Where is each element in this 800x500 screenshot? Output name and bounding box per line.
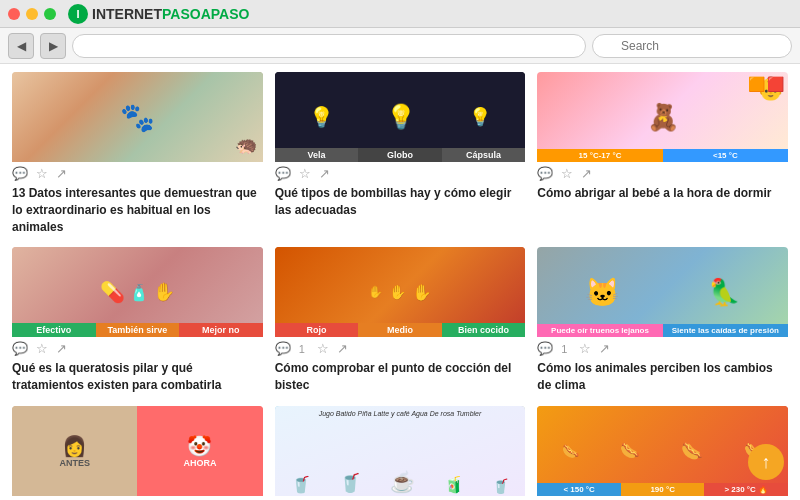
label-vela: Vela <box>275 148 359 162</box>
card-5-image: ✋ ✋ ✋ Rojo Medio Bien cocido <box>275 247 526 337</box>
card-3-actions: 💬 ☆ ↗ <box>537 162 788 183</box>
comment-icon-1: 💬 <box>12 166 28 181</box>
logo: I INTERNETPASOAPASO <box>68 4 249 24</box>
card-2[interactable]: 💡 💡 💡 Vela Globo Cápsula 💬 ☆ ↗ Qué tipos… <box>275 72 526 235</box>
card-8-image: 🥤 🥤 ☕ 🧃 🥤 Jugo Batido Piña Latte y café … <box>275 406 526 496</box>
label-bien-cocido: Bien cocido <box>442 323 526 337</box>
share-icon-5: ↗ <box>337 341 348 356</box>
forward-button[interactable]: ▶ <box>40 33 66 59</box>
close-button[interactable] <box>8 8 20 20</box>
label-150: < 150 °C <box>537 483 621 496</box>
label-medio: Medio <box>358 323 442 337</box>
card-6-actions: 💬 1 ☆ ↗ <box>537 337 788 358</box>
card-3-image: 👶 🧸 15 °C-17 °C <15 °C 🟧🟥 <box>537 72 788 162</box>
scroll-top-button[interactable]: ↑ <box>748 444 784 480</box>
back-button[interactable]: ◀ <box>8 33 34 59</box>
logo-paso: PASOAPASO <box>162 6 249 22</box>
star-icon-5: ☆ <box>317 341 329 356</box>
label-efectivo: Efectivo <box>12 323 96 337</box>
share-icon-6: ↗ <box>599 341 610 356</box>
card-1-title: 13 Datos interesantes que demuestran que… <box>12 185 263 235</box>
star-icon-3: ☆ <box>561 166 573 181</box>
card-4[interactable]: 💊 🧴 ✋ Efectivo También sirve Mejor no 💬 … <box>12 247 263 394</box>
title-bar: I INTERNETPASOAPASO <box>0 0 800 28</box>
card-6[interactable]: 🐱 🦜 Puede oír truenos lejanos Siente las… <box>537 247 788 394</box>
comment-count-5: 1 <box>299 343 305 355</box>
share-icon-3: ↗ <box>581 166 592 181</box>
comment-count-6: 1 <box>561 343 567 355</box>
card-4-title: Qué es la queratosis pilar y qué tratami… <box>12 360 263 394</box>
logo-icon: I <box>76 8 79 20</box>
article-grid: 🐾 🦔 💬 ☆ ↗ 13 Datos interesantes que demu… <box>12 72 788 500</box>
search-input[interactable] <box>592 34 792 58</box>
label-190: 190 °C <box>621 483 705 496</box>
card-2-image: 💡 💡 💡 Vela Globo Cápsula <box>275 72 526 162</box>
label-temp-warm: 15 °C-17 °C <box>537 149 662 162</box>
card-4-actions: 💬 ☆ ↗ <box>12 337 263 358</box>
card-3-title: Cómo abrigar al bebé a la hora de dormir <box>537 185 788 202</box>
comment-icon-6: 💬 <box>537 341 553 356</box>
comment-icon-2: 💬 <box>275 166 291 181</box>
label-230: > 230 °C 🔥 <box>704 483 788 496</box>
label-rojo: Rojo <box>275 323 359 337</box>
card-3[interactable]: 👶 🧸 15 °C-17 °C <15 °C 🟧🟥 💬 ☆ ↗ Cómo abr… <box>537 72 788 235</box>
label-temp-cold: <15 °C <box>663 149 788 162</box>
card-6-title: Cómo los animales perciben los cambios d… <box>537 360 788 394</box>
card-5[interactable]: ✋ ✋ ✋ Rojo Medio Bien cocido 💬 1 ☆ ↗ Cóm… <box>275 247 526 394</box>
share-icon-4: ↗ <box>56 341 67 356</box>
star-icon-2: ☆ <box>299 166 311 181</box>
card-6-image: 🐱 🦜 Puede oír truenos lejanos Siente las… <box>537 247 788 337</box>
label-mejor-no: Mejor no <box>179 323 263 337</box>
card-7-actions: 💬 ☆ ↗ <box>12 496 263 500</box>
share-icon-1: ↗ <box>56 166 67 181</box>
logo-text: INTERNETPASOAPASO <box>92 6 249 22</box>
scroll-top-icon: ↑ <box>762 452 771 473</box>
label-globo: Globo <box>358 148 442 162</box>
label-tambien: También sirve <box>96 323 180 337</box>
card-2-title: Qué tipos de bombillas hay y cómo elegir… <box>275 185 526 219</box>
card-7[interactable]: 👩 ANTES 🤡 AHORA 💬 ☆ ↗ Quiénes son las dr… <box>12 406 263 500</box>
star-icon-6: ☆ <box>579 341 591 356</box>
logo-circle: I <box>68 4 88 24</box>
minimize-button[interactable] <box>26 8 38 20</box>
card-2-actions: 💬 ☆ ↗ <box>275 162 526 183</box>
nav-bar: ◀ ▶ 🔍 <box>0 28 800 64</box>
card-1-image: 🐾 🦔 <box>12 72 263 162</box>
card-1-actions: 💬 ☆ ↗ <box>12 162 263 183</box>
card-5-actions: 💬 1 ☆ ↗ <box>275 337 526 358</box>
star-icon-1: ☆ <box>36 166 48 181</box>
card-8-actions: 💬 ☆ ↗ <box>275 496 526 500</box>
share-icon-2: ↗ <box>319 166 330 181</box>
content-area: 🐾 🦔 💬 ☆ ↗ 13 Datos interesantes que demu… <box>0 64 800 500</box>
maximize-button[interactable] <box>44 8 56 20</box>
card-4-image: 💊 🧴 ✋ Efectivo También sirve Mejor no <box>12 247 263 337</box>
star-icon-4: ☆ <box>36 341 48 356</box>
logo-internet: INTERNET <box>92 6 162 22</box>
card-9-actions: 💬 ☆ ↗ <box>537 496 788 500</box>
comment-icon-4: 💬 <box>12 341 28 356</box>
card-7-image: 👩 ANTES 🤡 AHORA <box>12 406 263 496</box>
card-1[interactable]: 🐾 🦔 💬 ☆ ↗ 13 Datos interesantes que demu… <box>12 72 263 235</box>
label-presion: Siente las caídas de presión <box>663 324 788 337</box>
comment-icon-3: 💬 <box>537 166 553 181</box>
url-input[interactable] <box>72 34 586 58</box>
card-5-title: Cómo comprobar el punto de cocción del b… <box>275 360 526 394</box>
label-truenos: Puede oír truenos lejanos <box>537 324 662 337</box>
search-container: 🔍 <box>592 34 792 58</box>
label-capsula: Cápsula <box>442 148 526 162</box>
card-8[interactable]: 🥤 🥤 ☕ 🧃 🥤 Jugo Batido Piña Latte y café … <box>275 406 526 500</box>
comment-icon-5: 💬 <box>275 341 291 356</box>
